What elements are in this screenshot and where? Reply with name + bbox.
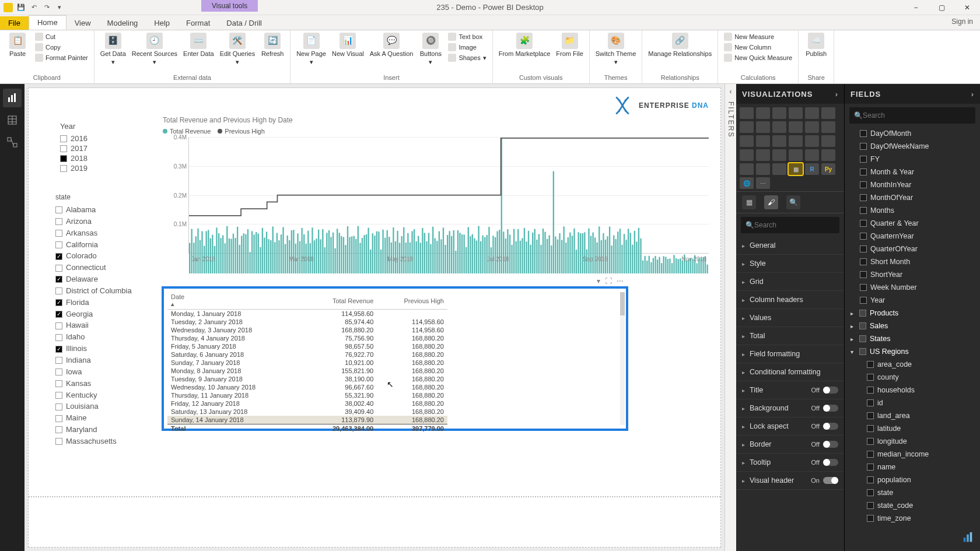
state-option[interactable]: Illinois (55, 343, 132, 355)
visual-type-tile[interactable] (789, 149, 803, 161)
fields-table[interactable]: States (845, 332, 980, 345)
visual-type-tile[interactable] (805, 135, 819, 147)
format-card[interactable]: ▸Grid (736, 273, 844, 291)
chart-visual[interactable]: Total Revenue and Previous High by Date … (163, 116, 709, 279)
state-option[interactable]: Colorado (55, 251, 132, 262)
fields-field[interactable]: area_code (845, 358, 980, 371)
table-scrollbar[interactable] (620, 292, 625, 425)
slicer-state[interactable]: state AlabamaArizonaArkansasCaliforniaCo… (55, 193, 132, 448)
qat-dropdown-icon[interactable]: ▾ (55, 3, 64, 12)
focus-mode-icon[interactable]: ⛶ (605, 277, 612, 285)
year-option[interactable]: 2018 (60, 154, 88, 163)
redo-icon[interactable]: ↷ (42, 3, 51, 12)
format-search-input[interactable] (754, 221, 835, 229)
visual-type-tile[interactable] (756, 149, 770, 161)
year-option[interactable]: 2019 (60, 164, 88, 173)
visual-type-tile[interactable]: Py (821, 163, 835, 175)
collapse-viz-pane-icon[interactable]: › (835, 90, 838, 99)
format-card[interactable]: ▸TitleOff (736, 381, 844, 399)
state-option[interactable]: Delaware (55, 274, 132, 285)
fields-field[interactable]: state (845, 486, 980, 499)
state-option[interactable]: Connecticut (55, 262, 132, 273)
state-option[interactable]: California (55, 240, 132, 251)
new-page-button[interactable]: 📄New Page▾ (296, 33, 326, 65)
tab-view[interactable]: View (66, 16, 99, 30)
format-tab[interactable]: 🖌 (764, 195, 778, 209)
format-card[interactable]: ▸Column headers (736, 291, 844, 309)
maximize-button[interactable]: ▢ (929, 0, 954, 15)
fields-field[interactable]: id (845, 396, 980, 409)
fields-field[interactable]: state_code (845, 499, 980, 512)
from-marketplace-button[interactable]: 🧩From Marketplace (499, 33, 551, 57)
publish-button[interactable]: ☁️Publish (804, 33, 828, 57)
state-option[interactable]: Kansas (55, 378, 132, 389)
visual-type-tile[interactable] (740, 121, 754, 133)
fields-table[interactable]: Products (845, 307, 980, 320)
state-option[interactable]: Kentucky (55, 390, 132, 401)
cut-button[interactable]: Cut (35, 33, 88, 41)
fields-field[interactable]: median_income (845, 448, 980, 461)
visual-type-tile[interactable] (805, 149, 819, 161)
format-card[interactable]: ▸Total (736, 327, 844, 345)
fields-well-tab[interactable]: ▦ (742, 195, 756, 209)
table-row[interactable]: Wednesday, 3 January 2018168,880.20114,9… (167, 326, 447, 334)
fields-table[interactable]: Sales (845, 320, 980, 332)
report-view-button[interactable] (3, 89, 22, 107)
visual-type-tile[interactable] (789, 121, 803, 133)
fields-field[interactable]: Month & Year (845, 166, 980, 178)
format-card[interactable]: ▸BorderOff (736, 436, 844, 454)
toggle[interactable]: Off (811, 441, 838, 448)
visual-type-tile[interactable] (789, 107, 803, 119)
visual-type-tile[interactable]: 🌐 (740, 177, 754, 189)
manage-relationships-button[interactable]: 🔗Manage Relationships (648, 33, 712, 57)
visual-type-tile[interactable] (740, 163, 754, 175)
table-row[interactable]: Tuesday, 2 January 201885,974.40114,958.… (167, 318, 447, 326)
fields-field[interactable]: Week Number (845, 281, 980, 294)
get-data-button[interactable]: 🗄️Get Data▾ (100, 33, 126, 65)
close-button[interactable]: ✕ (954, 0, 980, 15)
data-view-button[interactable] (3, 111, 22, 129)
fields-search[interactable]: 🔍 (849, 107, 975, 124)
table-row[interactable]: Sunday, 14 January 2018113,879.90168,880… (167, 416, 447, 424)
tab-file[interactable]: File (0, 16, 29, 30)
state-option[interactable]: Iowa (55, 367, 132, 378)
filters-pane-collapsed[interactable]: ‹ FILTERS (724, 84, 736, 551)
copy-button[interactable]: Copy (35, 43, 88, 51)
format-card[interactable]: ▸Conditional formatting (736, 363, 844, 381)
fields-field[interactable]: time_zone (845, 512, 980, 525)
scrollbar-thumb[interactable] (620, 292, 625, 315)
visual-type-tile[interactable] (756, 163, 770, 175)
toggle[interactable]: Off (811, 423, 838, 430)
new-column-button[interactable]: New Column (724, 43, 792, 51)
tab-format[interactable]: Format (178, 16, 218, 30)
toggle[interactable]: Off (811, 405, 838, 412)
visual-type-tile[interactable]: ⋯ (756, 177, 770, 189)
table-row[interactable]: Friday, 5 January 201898,657.50168,880.2… (167, 342, 447, 350)
sign-in-link[interactable]: Sign in (951, 17, 973, 26)
fields-field[interactable]: longitude (845, 435, 980, 448)
format-card[interactable]: ▸TooltipOff (736, 454, 844, 472)
fields-field[interactable]: DayOfMonth (845, 127, 980, 140)
image-button[interactable]: Image (448, 43, 486, 51)
state-option[interactable]: District of Columbia (55, 286, 132, 297)
minimize-button[interactable]: − (903, 0, 929, 15)
visual-type-tile[interactable] (772, 163, 786, 175)
enter-data-button[interactable]: ⌨️Enter Data (183, 33, 214, 57)
format-card[interactable]: ▸Visual headerOn (736, 472, 844, 490)
table-row[interactable]: Friday, 12 January 201838,002.40168,880.… (167, 399, 447, 408)
new-quick-measure-button[interactable]: New Quick Measure (724, 54, 792, 62)
fields-field[interactable]: households (845, 384, 980, 396)
buttons-button[interactable]: 🔘Buttons▾ (419, 33, 442, 65)
visual-type-tile[interactable] (821, 107, 835, 119)
visual-type-tile[interactable] (740, 149, 754, 161)
state-option[interactable]: Florida (55, 297, 132, 308)
visual-type-tile[interactable]: ▦ (789, 163, 803, 175)
fields-field[interactable]: DayOfWeekName (845, 140, 980, 153)
visual-type-tile[interactable] (772, 107, 786, 119)
table-row[interactable]: Tuesday, 9 January 201838,190.00168,880.… (167, 375, 447, 383)
visual-type-tile[interactable] (772, 149, 786, 161)
new-measure-button[interactable]: New Measure (724, 33, 792, 41)
visual-type-tile[interactable] (756, 121, 770, 133)
visual-type-tile[interactable]: R (805, 163, 819, 175)
toggle[interactable]: Off (811, 459, 838, 466)
